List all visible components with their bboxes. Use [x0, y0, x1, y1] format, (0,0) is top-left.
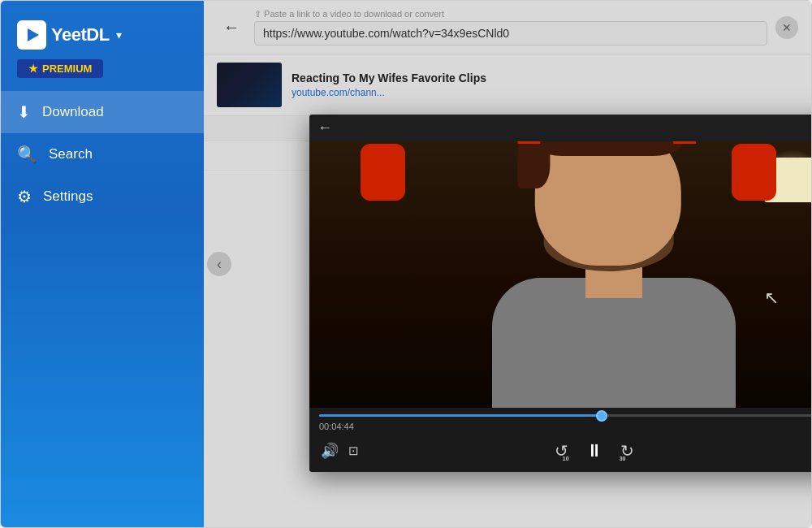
- sidebar-item-search[interactable]: 🔍 Search: [1, 133, 204, 175]
- pause-icon: ⏸: [585, 440, 603, 461]
- forward-label: 30: [620, 456, 626, 461]
- download-icon: ⬇: [17, 102, 31, 122]
- premium-label: PREMIUM: [42, 63, 92, 75]
- player-title-bar: ← — □ ✕: [309, 115, 812, 141]
- headphone-left-cup: [361, 144, 405, 201]
- settings-icon: ⚙: [17, 187, 32, 206]
- controls-center: ↺ 10 ⏸ ↻ 30: [555, 438, 634, 464]
- controls-row: 🔊 ⊡ ↺ 10 ⏸: [309, 433, 812, 472]
- logo-icon: [17, 20, 46, 50]
- logo-area: YeetDL ▾: [1, 9, 138, 56]
- sidebar: YeetDL ▾ ★ PREMIUM ⬇ Download 🔍 Search ⚙…: [1, 1, 204, 527]
- player-back-button[interactable]: ←: [317, 119, 332, 136]
- main-content: ← ⇪ Paste a link to a video to download …: [204, 1, 811, 527]
- subtitles-icon: ⊡: [348, 444, 359, 458]
- progress-track[interactable]: [319, 414, 812, 417]
- sidebar-label-settings: Settings: [43, 188, 93, 205]
- logo-play-icon: [28, 28, 39, 41]
- player-video-area[interactable]: ↖: [309, 141, 812, 408]
- headphone-right-cup: [732, 144, 776, 201]
- progress-bar-container: [309, 408, 812, 420]
- video-canvas: ↖: [309, 141, 812, 408]
- sidebar-label-search: Search: [49, 146, 93, 162]
- progress-knob[interactable]: [596, 410, 607, 422]
- video-player-overlay: ← — □ ✕: [309, 115, 812, 472]
- rewind-label: 10: [563, 456, 569, 461]
- sidebar-item-download[interactable]: ⬇ Download: [1, 91, 204, 133]
- volume-icon: 🔊: [321, 442, 339, 460]
- controls-left: 🔊 ⊡: [321, 442, 359, 460]
- forward-button[interactable]: ↻ 30: [620, 441, 634, 461]
- sidebar-item-settings[interactable]: ⚙ Settings: [1, 175, 204, 218]
- subtitles-button[interactable]: ⊡: [348, 444, 359, 458]
- headphone-band: [517, 141, 696, 144]
- time-current: 00:04:44: [319, 422, 354, 431]
- star-icon: ★: [28, 63, 38, 75]
- time-labels: 00:04:44 00:09:05: [309, 420, 812, 433]
- cursor-arrow: ↖: [764, 288, 779, 309]
- play-pause-button[interactable]: ⏸: [581, 438, 607, 464]
- progress-fill: [319, 414, 602, 417]
- search-icon: 🔍: [17, 145, 37, 164]
- sidebar-label-download: Download: [42, 104, 104, 120]
- logo-text: YeetDL: [51, 24, 110, 45]
- volume-button[interactable]: 🔊: [321, 442, 339, 460]
- person-hair-side: [517, 141, 550, 188]
- rewind-button[interactable]: ↺ 10: [555, 441, 568, 461]
- premium-badge[interactable]: ★ PREMIUM: [17, 59, 103, 78]
- player-controls: 00:04:44 00:09:05 🔊 ⊡: [309, 408, 812, 472]
- app-window: YeetDL ▾ ★ PREMIUM ⬇ Download 🔍 Search ⚙…: [0, 0, 812, 528]
- person-head: [535, 141, 681, 266]
- logo-dropdown-icon[interactable]: ▾: [116, 28, 122, 41]
